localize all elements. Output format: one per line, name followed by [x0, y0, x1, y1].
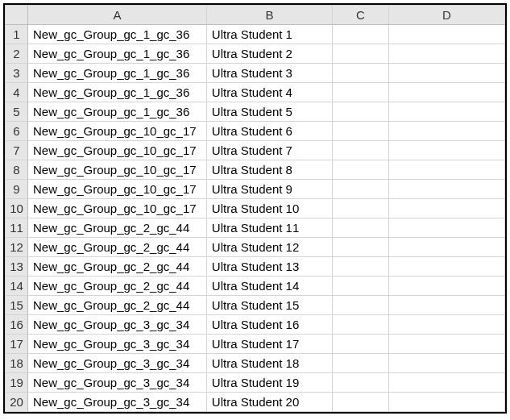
cell-b[interactable]: Ultra Student 19	[206, 373, 332, 393]
row-header[interactable]: 7	[6, 141, 28, 160]
cell-b[interactable]: Ultra Student 17	[206, 335, 332, 354]
row-header[interactable]: 1	[6, 25, 28, 44]
row-header[interactable]: 13	[6, 257, 28, 277]
cell-a[interactable]: New_gc_Group_gc_1_gc_36	[27, 44, 206, 64]
cell-b[interactable]: Ultra Student 9	[206, 180, 332, 199]
cell-a[interactable]: New_gc_Group_gc_10_gc_17	[27, 180, 206, 199]
cell-c[interactable]	[333, 218, 388, 238]
cell-b[interactable]: Ultra Student 12	[206, 238, 332, 257]
cell-c[interactable]	[333, 335, 388, 354]
cell-d[interactable]	[388, 296, 504, 315]
cell-d[interactable]	[388, 44, 504, 64]
cell-b[interactable]: Ultra Student 6	[206, 122, 332, 141]
cell-d[interactable]	[388, 315, 504, 335]
row-header[interactable]: 5	[6, 102, 28, 122]
cell-b[interactable]: Ultra Student 11	[206, 218, 332, 238]
cell-a[interactable]: New_gc_Group_gc_3_gc_34	[27, 373, 206, 393]
cell-a[interactable]: New_gc_Group_gc_3_gc_34	[27, 335, 206, 354]
cell-b[interactable]: Ultra Student 14	[206, 277, 332, 296]
cell-b[interactable]: Ultra Student 2	[206, 44, 332, 64]
column-header-c[interactable]: C	[333, 6, 388, 25]
cell-c[interactable]	[333, 25, 388, 44]
cell-a[interactable]: New_gc_Group_gc_1_gc_36	[27, 83, 206, 102]
cell-d[interactable]	[388, 257, 504, 277]
select-all-corner[interactable]	[6, 6, 28, 25]
cell-d[interactable]	[388, 64, 504, 83]
cell-d[interactable]	[388, 141, 504, 160]
row-header[interactable]: 12	[6, 238, 28, 257]
cell-d[interactable]	[388, 25, 504, 44]
cell-a[interactable]: New_gc_Group_gc_2_gc_44	[27, 296, 206, 315]
cell-d[interactable]	[388, 393, 504, 412]
cell-b[interactable]: Ultra Student 4	[206, 83, 332, 102]
cell-c[interactable]	[333, 122, 388, 141]
cell-a[interactable]: New_gc_Group_gc_3_gc_34	[27, 393, 206, 412]
cell-b[interactable]: Ultra Student 15	[206, 296, 332, 315]
cell-c[interactable]	[333, 199, 388, 218]
cell-a[interactable]: New_gc_Group_gc_1_gc_36	[27, 102, 206, 122]
cell-c[interactable]	[333, 141, 388, 160]
row-header[interactable]: 17	[6, 335, 28, 354]
row-header[interactable]: 18	[6, 354, 28, 373]
cell-b[interactable]: Ultra Student 3	[206, 64, 332, 83]
row-header[interactable]: 10	[6, 199, 28, 218]
cell-d[interactable]	[388, 199, 504, 218]
row-header[interactable]: 2	[6, 44, 28, 64]
cell-a[interactable]: New_gc_Group_gc_2_gc_44	[27, 218, 206, 238]
row-header[interactable]: 16	[6, 315, 28, 335]
row-header[interactable]: 4	[6, 83, 28, 102]
cell-d[interactable]	[388, 335, 504, 354]
row-header[interactable]: 8	[6, 160, 28, 180]
cell-c[interactable]	[333, 257, 388, 277]
cell-a[interactable]: New_gc_Group_gc_2_gc_44	[27, 257, 206, 277]
cell-a[interactable]: New_gc_Group_gc_3_gc_34	[27, 354, 206, 373]
cell-b[interactable]: Ultra Student 20	[206, 393, 332, 412]
cell-d[interactable]	[388, 277, 504, 296]
cell-c[interactable]	[333, 354, 388, 373]
cell-a[interactable]: New_gc_Group_gc_10_gc_17	[27, 160, 206, 180]
cell-d[interactable]	[388, 180, 504, 199]
cell-b[interactable]: Ultra Student 1	[206, 25, 332, 44]
cell-c[interactable]	[333, 238, 388, 257]
cell-d[interactable]	[388, 102, 504, 122]
cell-b[interactable]: Ultra Student 10	[206, 199, 332, 218]
row-header[interactable]: 14	[6, 277, 28, 296]
column-header-d[interactable]: D	[388, 6, 504, 25]
cell-c[interactable]	[333, 373, 388, 393]
cell-d[interactable]	[388, 238, 504, 257]
cell-c[interactable]	[333, 315, 388, 335]
cell-b[interactable]: Ultra Student 5	[206, 102, 332, 122]
cell-d[interactable]	[388, 83, 504, 102]
cell-a[interactable]: New_gc_Group_gc_10_gc_17	[27, 199, 206, 218]
cell-c[interactable]	[333, 277, 388, 296]
row-header[interactable]: 3	[6, 64, 28, 83]
cell-c[interactable]	[333, 296, 388, 315]
cell-a[interactable]: New_gc_Group_gc_1_gc_36	[27, 64, 206, 83]
cell-c[interactable]	[333, 64, 388, 83]
cell-d[interactable]	[388, 354, 504, 373]
row-header[interactable]: 6	[6, 122, 28, 141]
cell-a[interactable]: New_gc_Group_gc_2_gc_44	[27, 238, 206, 257]
column-header-a[interactable]: A	[27, 6, 206, 25]
row-header[interactable]: 19	[6, 373, 28, 393]
cell-b[interactable]: Ultra Student 13	[206, 257, 332, 277]
cell-a[interactable]: New_gc_Group_gc_2_gc_44	[27, 277, 206, 296]
cell-a[interactable]: New_gc_Group_gc_10_gc_17	[27, 141, 206, 160]
row-header[interactable]: 20	[6, 393, 28, 412]
cell-c[interactable]	[333, 83, 388, 102]
cell-d[interactable]	[388, 122, 504, 141]
cell-c[interactable]	[333, 393, 388, 412]
cell-a[interactable]: New_gc_Group_gc_10_gc_17	[27, 122, 206, 141]
cell-d[interactable]	[388, 160, 504, 180]
cell-a[interactable]: New_gc_Group_gc_1_gc_36	[27, 25, 206, 44]
cell-b[interactable]: Ultra Student 8	[206, 160, 332, 180]
row-header[interactable]: 11	[6, 218, 28, 238]
cell-c[interactable]	[333, 180, 388, 199]
cell-d[interactable]	[388, 373, 504, 393]
row-header[interactable]: 15	[6, 296, 28, 315]
cell-b[interactable]: Ultra Student 18	[206, 354, 332, 373]
column-header-b[interactable]: B	[206, 6, 332, 25]
cell-c[interactable]	[333, 160, 388, 180]
cell-c[interactable]	[333, 102, 388, 122]
cell-b[interactable]: Ultra Student 16	[206, 315, 332, 335]
